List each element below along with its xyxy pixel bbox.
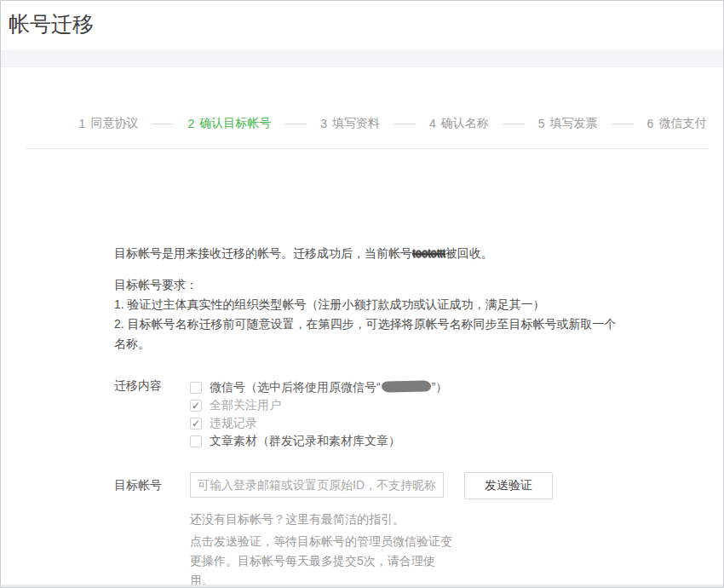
- step-number: 4: [429, 117, 436, 130]
- option-all-followers: ✓ 全部关注用户: [190, 396, 447, 414]
- option-article-material[interactable]: 文章素材（群发记录和素材库文章）: [190, 432, 447, 450]
- step-label: 填写资料: [332, 116, 380, 131]
- page-header: 帐号迁移: [1, 1, 723, 50]
- step-label: 微信支付: [658, 116, 706, 131]
- step-separator: [612, 124, 634, 124]
- step-label: 确认名称: [441, 116, 489, 131]
- target-account-field-group: 发送验证 还没有目标帐号？这里有最简洁的指引。 点击发送验证，等待目标帐号的管理…: [190, 472, 553, 588]
- step-number: 5: [538, 117, 545, 130]
- target-account-input[interactable]: [190, 472, 444, 498]
- migrate-options: 微信号（选中后将使用原微信号“”） ✓ 全部关注用户 ✓ 违规记录 文章素材（群…: [190, 378, 447, 450]
- intro-after: 被回收。: [445, 246, 493, 260]
- guide-link[interactable]: 这里有最简洁的指引: [285, 512, 393, 526]
- option-label: 违规记录: [210, 416, 257, 431]
- step-4-confirm-name: 4 确认名称: [429, 116, 489, 131]
- requirement-item-1: 1. 验证过主体真实性的组织类型帐号（注册小额打款成功或认证成功，满足其一）: [114, 295, 623, 314]
- option-wechat-id[interactable]: 微信号（选中后将使用原微信号“”）: [190, 378, 447, 396]
- requirements-title: 目标帐号要求：: [114, 275, 723, 295]
- no-account-hint: 还没有目标帐号？这里有最简洁的指引。: [190, 510, 553, 527]
- steps-bottom-divider: [26, 148, 708, 149]
- step-number: 6: [647, 117, 654, 130]
- checkbox-unchecked-icon[interactable]: [190, 435, 202, 447]
- requirement-item-2: 2. 目标帐号名称迁移前可随意设置，在第四步，可选择将原帐号名称同步至目标帐号或…: [114, 314, 623, 354]
- step-3-fill-info: 3 填写资料: [320, 116, 380, 131]
- step-label: 确认目标帐号: [199, 116, 271, 131]
- step-number: 3: [320, 117, 327, 130]
- migrate-content-label: 迁移内容: [114, 378, 190, 450]
- content-body: 目标帐号是用来接收迁移的帐号。迁移成功后，当前帐号tootottt被回收。 目标…: [1, 244, 723, 588]
- step-6-wechat-pay: 6 微信支付: [647, 116, 707, 131]
- option-label: 微信号（选中后将使用原微信号“”）: [210, 380, 447, 395]
- intro-before: 目标帐号是用来接收迁移的帐号。迁移成功后，当前帐号: [114, 246, 412, 260]
- step-label: 填写发票: [550, 116, 598, 131]
- bottom-edge: [1, 585, 723, 587]
- input-button-line: 发送验证: [190, 472, 553, 499]
- step-indicator: 1 同意协议 2 确认目标帐号 3 填写资料 4 确认名称 5 填写发票 6 微…: [1, 116, 723, 131]
- step-2-confirm-target-account: 2 确认目标帐号: [187, 116, 271, 131]
- step-separator: [394, 124, 416, 124]
- step-number: 2: [187, 117, 194, 130]
- option-label: 文章素材（群发记录和素材库文章）: [210, 434, 400, 449]
- verification-note: 点击发送验证，等待目标帐号的管理员微信验证变更操作。目标帐号每天最多提交5次，请…: [190, 532, 452, 588]
- send-verification-button[interactable]: 发送验证: [464, 472, 553, 499]
- header-divider-band: [1, 50, 723, 67]
- option-label: 全部关注用户: [210, 398, 281, 413]
- page-title: 帐号迁移: [9, 12, 94, 36]
- step-separator: [284, 124, 307, 124]
- target-account-row: 目标帐号 发送验证 还没有目标帐号？这里有最简洁的指引。 点击发送验证，等待目标…: [114, 472, 723, 588]
- step-separator: [503, 124, 525, 124]
- target-account-label: 目标帐号: [114, 472, 190, 588]
- account-migration-page: 帐号迁移 1 同意协议 2 确认目标帐号 3 填写资料 4 确认名称 5 填写发…: [0, 0, 724, 588]
- redacted-wechat-id: [382, 380, 431, 392]
- redacted-current-account: tootottt: [412, 246, 445, 260]
- step-separator: [152, 124, 174, 124]
- checkbox-checked-icon: ✓: [190, 400, 202, 412]
- intro-text: 目标帐号是用来接收迁移的帐号。迁移成功后，当前帐号tootottt被回收。: [114, 244, 723, 262]
- step-label: 同意协议: [90, 116, 138, 131]
- migrate-content-row: 迁移内容 微信号（选中后将使用原微信号“”） ✓ 全部关注用户 ✓ 违规记录 文…: [114, 378, 723, 450]
- checkbox-unchecked-icon[interactable]: [190, 382, 202, 394]
- step-5-fill-invoice: 5 填写发票: [538, 116, 598, 131]
- step-1-agree-protocol: 1 同意协议: [79, 116, 139, 131]
- checkbox-checked-icon: ✓: [190, 418, 202, 429]
- step-number: 1: [79, 117, 86, 130]
- option-violation-records: ✓ 违规记录: [190, 414, 447, 432]
